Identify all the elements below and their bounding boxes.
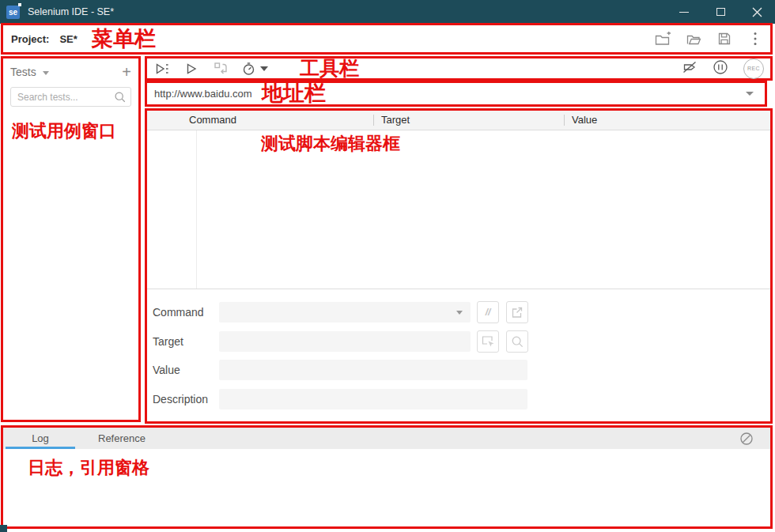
description-field-label: Description bbox=[153, 393, 208, 406]
value-field-label: Value bbox=[153, 364, 180, 376]
pause-on-exceptions-button[interactable] bbox=[712, 58, 729, 79]
toggle-comment-button[interactable]: // bbox=[477, 301, 499, 323]
new-project-icon bbox=[654, 31, 671, 47]
close-icon bbox=[752, 7, 762, 17]
selenium-logo: se bbox=[6, 6, 20, 19]
record-button[interactable]: REC bbox=[743, 58, 764, 79]
run-all-tests-button[interactable] bbox=[153, 60, 171, 77]
open-project-icon bbox=[686, 31, 701, 47]
pause-on-exceptions-icon bbox=[712, 58, 729, 76]
annotation-menubar: 菜单栏 bbox=[92, 28, 156, 50]
maximize-icon bbox=[716, 8, 725, 16]
tests-dropdown[interactable]: Tests bbox=[10, 66, 36, 78]
disable-breakpoints-icon bbox=[682, 59, 698, 75]
annotation-editor: 测试脚本编辑器框 bbox=[261, 134, 400, 153]
close-button[interactable] bbox=[739, 0, 775, 24]
maximize-button[interactable] bbox=[702, 0, 739, 24]
addressbar-annotation-box: http://www.baidu.com 地址栏 bbox=[145, 81, 767, 107]
row-number-gutter bbox=[196, 130, 197, 289]
column-separator bbox=[564, 115, 565, 126]
select-target-icon bbox=[481, 334, 495, 349]
annotation-addressbar: 地址栏 bbox=[262, 82, 326, 104]
test-speed-button[interactable] bbox=[241, 61, 268, 77]
project-label: Project: bbox=[11, 33, 49, 45]
menubar-annotation-box: Project: SE* 菜单栏 bbox=[1, 23, 773, 55]
description-input[interactable] bbox=[219, 389, 527, 409]
minimize-button[interactable] bbox=[666, 0, 702, 24]
selenium-logo-dot bbox=[18, 3, 21, 6]
open-external-icon bbox=[511, 306, 524, 319]
url-dropdown-caret-icon[interactable] bbox=[746, 92, 754, 96]
tab-reference[interactable]: Reference bbox=[86, 432, 157, 449]
record-label: REC bbox=[747, 66, 760, 71]
window-title: Selenium IDE - SE* bbox=[28, 6, 114, 17]
open-reference-button[interactable] bbox=[506, 301, 528, 323]
annotation-log-panel: 日志，引用窗格 bbox=[28, 458, 149, 477]
disable-breakpoints-button[interactable] bbox=[682, 59, 698, 78]
step-over-icon bbox=[213, 61, 229, 77]
find-target-icon bbox=[511, 335, 524, 348]
table-form-divider bbox=[147, 289, 770, 289]
test-case-panel-annotation-box: Tests + Search tests... 测试用例窗口 bbox=[1, 56, 141, 422]
speed-caret-icon bbox=[260, 66, 268, 71]
clear-log-icon bbox=[739, 431, 754, 447]
column-separator bbox=[373, 115, 374, 126]
new-project-button[interactable] bbox=[654, 30, 671, 47]
project-name: SE* bbox=[59, 33, 77, 45]
menubar: Project: SE* 菜单栏 bbox=[3, 25, 770, 52]
minimize-icon bbox=[679, 12, 689, 13]
open-project-button[interactable] bbox=[685, 30, 702, 47]
toolbar-annotation-box: 工具栏 REC bbox=[145, 56, 773, 81]
comment-icon: // bbox=[486, 307, 491, 318]
tab-log[interactable]: Log bbox=[6, 432, 75, 449]
select-target-button[interactable] bbox=[477, 330, 499, 353]
column-command: Command bbox=[189, 114, 236, 126]
target-input[interactable] bbox=[219, 331, 471, 352]
tests-dropdown-caret-icon[interactable] bbox=[43, 71, 49, 75]
annotation-test-case-panel: 测试用例窗口 bbox=[12, 122, 116, 140]
command-select-caret-icon bbox=[456, 311, 463, 315]
annotation-toolbar: 工具栏 bbox=[300, 58, 359, 79]
editor-annotation-box: Command Target Value 测试脚本编辑器框 Command //… bbox=[145, 108, 773, 424]
command-select[interactable] bbox=[219, 302, 471, 323]
run-all-icon bbox=[154, 61, 170, 77]
window-controls bbox=[666, 0, 775, 24]
clear-log-button[interactable] bbox=[739, 431, 754, 447]
log-panel-annotation-box: Log Reference 日志，引用窗格 bbox=[1, 425, 773, 529]
value-input[interactable] bbox=[219, 360, 527, 380]
add-test-button[interactable]: + bbox=[122, 65, 131, 79]
address-bar[interactable]: http://www.baidu.com 地址栏 bbox=[147, 83, 765, 104]
tests-header: Tests + bbox=[3, 60, 138, 84]
more-options-button[interactable] bbox=[747, 30, 764, 47]
menubar-icons bbox=[654, 30, 764, 47]
log-panel-tabs: Log Reference bbox=[3, 428, 770, 449]
toolbar: 工具栏 REC bbox=[147, 58, 770, 78]
commands-table-header: Command Target Value bbox=[147, 111, 770, 130]
target-field-label: Target bbox=[153, 335, 183, 348]
save-project-button[interactable] bbox=[716, 30, 733, 47]
find-target-button[interactable] bbox=[506, 330, 528, 353]
url-text: http://www.baidu.com bbox=[147, 88, 252, 100]
window-corner bbox=[0, 525, 7, 532]
run-current-test-button[interactable] bbox=[183, 60, 200, 77]
more-options-icon bbox=[753, 31, 758, 47]
save-icon bbox=[716, 31, 732, 47]
command-field-label: Command bbox=[153, 306, 204, 319]
selenium-logo-text: se bbox=[9, 8, 17, 17]
run-icon bbox=[183, 61, 199, 77]
search-icon bbox=[114, 91, 126, 103]
step-over-button[interactable] bbox=[212, 60, 229, 77]
speed-timer-icon bbox=[241, 61, 257, 77]
search-tests-placeholder: Search tests... bbox=[17, 92, 114, 103]
column-value: Value bbox=[572, 114, 597, 126]
toolbar-right-icons: REC bbox=[682, 58, 764, 79]
column-target: Target bbox=[381, 114, 410, 126]
search-tests-input[interactable]: Search tests... bbox=[10, 87, 131, 107]
titlebar: se Selenium IDE - SE* bbox=[0, 0, 775, 24]
